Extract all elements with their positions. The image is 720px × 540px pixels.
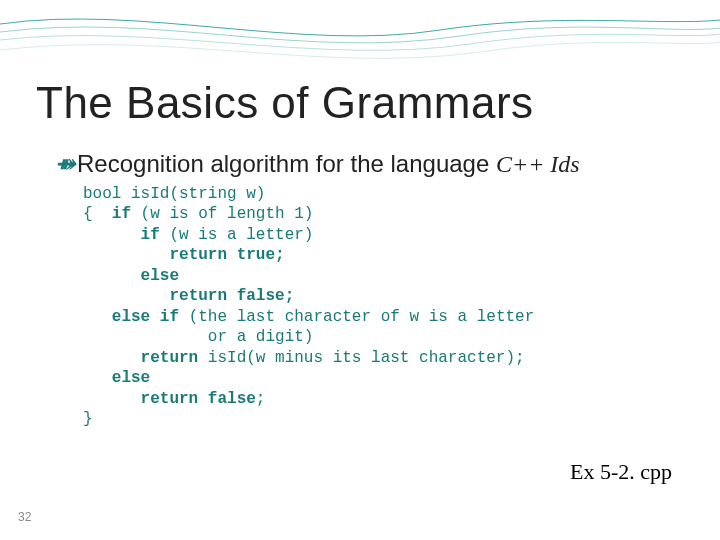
slide-title: The Basics of Grammars [36, 78, 534, 128]
footer-reference: Ex 5-2. cpp [570, 459, 672, 485]
bullet-item: ⤁ Recognition algorithm for the language… [55, 150, 680, 178]
bullet-text: Recognition algorithm for the language C… [77, 150, 580, 178]
slide-number: 32 [18, 510, 31, 524]
bullet-icon: ⤁ [55, 150, 71, 178]
code-block: bool isId(string w) { if (w is of length… [83, 184, 680, 430]
slide-body: ⤁ Recognition algorithm for the language… [55, 150, 680, 430]
decorative-waves [0, 0, 720, 90]
